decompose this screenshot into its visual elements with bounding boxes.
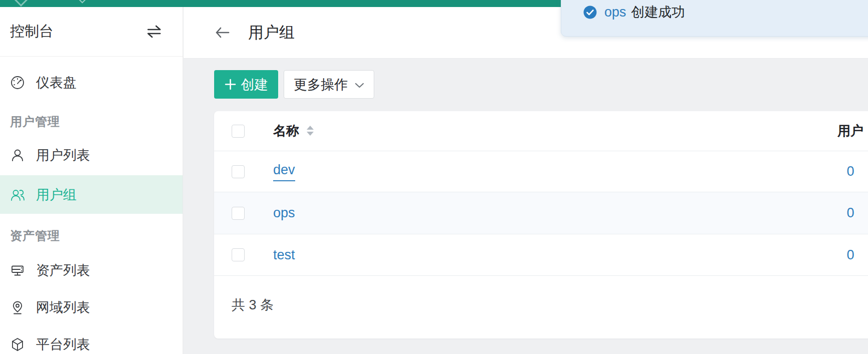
toolbar: 创建 更多操作 xyxy=(214,70,374,99)
group-users-count-link[interactable]: 0 xyxy=(846,247,854,262)
row-checkbox[interactable] xyxy=(232,207,245,220)
nav-marker-icon xyxy=(78,0,87,4)
column-header-name: 名称 xyxy=(273,122,299,140)
column-header-users: 用户 xyxy=(818,122,868,140)
chevron-down-icon xyxy=(355,83,364,88)
back-button[interactable] xyxy=(214,26,230,40)
sidebar-item-label: 平台列表 xyxy=(36,335,90,353)
table-footer-total: 共 3 条 xyxy=(214,275,868,338)
sidebar-item-label: 资产列表 xyxy=(36,261,90,279)
cube-icon xyxy=(10,337,25,352)
row-checkbox[interactable] xyxy=(232,165,245,178)
group-name-link[interactable]: dev xyxy=(273,162,295,181)
sidebar-item-platform-list[interactable]: 平台列表 xyxy=(0,326,183,354)
toast-object-name: ops xyxy=(604,5,626,20)
console-title: 控制台 xyxy=(10,22,54,42)
sidebar-item-dashboard[interactable]: 仪表盘 xyxy=(0,64,183,101)
more-actions-label: 更多操作 xyxy=(294,76,348,94)
sidebar-section-asset-management: 资产管理 xyxy=(0,227,183,245)
sidebar-menu: 仪表盘 用户管理 用户列表 用户组 资产管理 xyxy=(0,57,183,354)
toast-success: ops 创建成功 xyxy=(561,0,868,37)
sidebar-item-user-list[interactable]: 用户列表 xyxy=(0,137,183,174)
sidebar-item-label: 用户组 xyxy=(36,186,77,204)
table-row: ops 0 xyxy=(214,192,868,234)
user-icon xyxy=(10,148,25,163)
gauge-icon xyxy=(10,75,25,90)
page-title: 用户组 xyxy=(248,22,295,43)
group-users-count-link[interactable]: 0 xyxy=(846,205,854,220)
plus-icon xyxy=(225,79,236,90)
sidebar-item-label: 网域列表 xyxy=(36,298,90,316)
sidebar-item-user-groups[interactable]: 用户组 xyxy=(0,175,183,214)
main-content: 创建 更多操作 名称 用户 xyxy=(184,59,868,354)
sidebar-item-label: 仪表盘 xyxy=(36,74,77,92)
create-button-label: 创建 xyxy=(241,76,268,94)
sidebar-item-domain-list[interactable]: 网域列表 xyxy=(0,289,183,326)
create-button[interactable]: 创建 xyxy=(214,70,278,99)
select-all-checkbox[interactable] xyxy=(232,125,245,138)
row-checkbox[interactable] xyxy=(232,248,245,261)
success-check-icon xyxy=(583,6,597,19)
location-pin-icon xyxy=(10,300,25,315)
sort-icon[interactable] xyxy=(306,126,315,136)
table-header-row: 名称 用户 xyxy=(214,111,868,151)
sidebar-header: 控制台 xyxy=(0,7,183,57)
toast-message-text: 创建成功 xyxy=(631,3,685,21)
monitor-icon xyxy=(10,263,25,278)
logo-icon xyxy=(14,0,28,7)
sidebar-item-label: 用户列表 xyxy=(36,146,90,164)
switch-view-icon[interactable] xyxy=(146,24,163,39)
table-row: test 0 xyxy=(214,234,868,275)
sidebar-item-asset-list[interactable]: 资产列表 xyxy=(0,252,183,289)
sidebar-section-user-management: 用户管理 xyxy=(0,113,183,131)
group-name-link[interactable]: test xyxy=(273,247,295,263)
table-row: dev 0 xyxy=(214,151,868,192)
group-users-count-link[interactable]: 0 xyxy=(846,164,854,179)
more-actions-button[interactable]: 更多操作 xyxy=(284,70,374,99)
users-icon xyxy=(10,187,25,202)
user-groups-table: 名称 用户 dev 0 ops xyxy=(214,111,868,338)
group-name-link[interactable]: ops xyxy=(273,205,295,221)
sidebar: 控制台 仪表盘 用户管理 用户列表 xyxy=(0,7,183,354)
toast-message: ops 创建成功 xyxy=(604,3,685,21)
